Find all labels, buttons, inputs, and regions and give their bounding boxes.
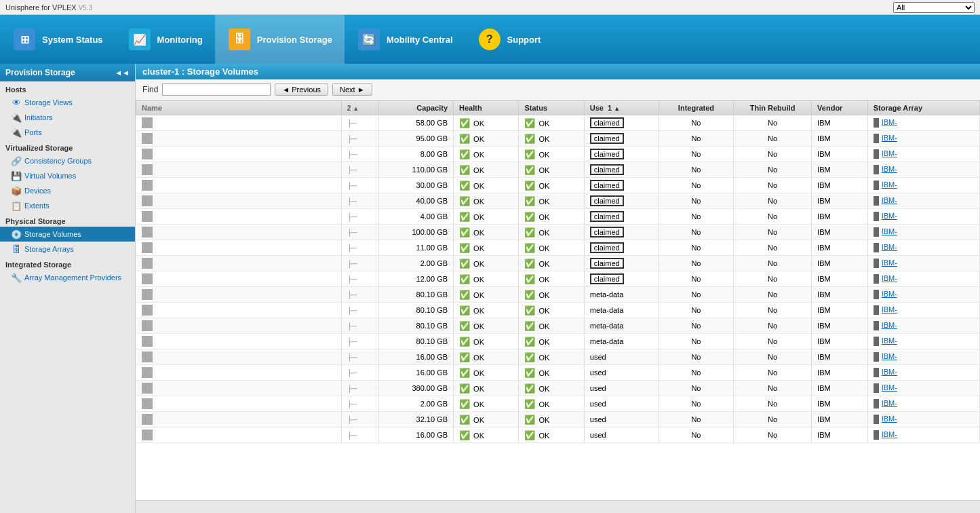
- nav-item-support[interactable]: ? Support: [465, 15, 553, 64]
- storage-array-link[interactable]: IBM-: [882, 399, 897, 407]
- table-row[interactable]: ├─16.00 GB✅ OK✅ OKusedNoNoIBMIBM-: [136, 349, 980, 365]
- col-header-status[interactable]: Status: [519, 101, 584, 115]
- health-ok-icon: ✅: [459, 274, 470, 284]
- table-row[interactable]: ├─100.00 GB✅ OK✅ OKclaimedNoNoIBMIBM-: [136, 225, 980, 240]
- table-row[interactable]: ├─16.00 GB✅ OK✅ OKusedNoNoIBMIBM-: [136, 428, 980, 443]
- cell-integrated: No: [659, 193, 733, 209]
- cell-storagearray: IBM-: [867, 412, 979, 428]
- sidebar-item-label-storage-views: Storage Views: [24, 98, 73, 107]
- table-row[interactable]: ├─12.00 GB✅ OK✅ OKclaimedNoNoIBMIBM-: [136, 271, 980, 287]
- storage-array-link[interactable]: IBM-: [882, 383, 897, 392]
- sidebar-item-storage-views[interactable]: 👁 Storage Views: [0, 95, 135, 110]
- array-management-providers-icon: 🔧: [11, 272, 22, 283]
- sidebar-item-initiators[interactable]: 🔌 Initiators: [0, 110, 135, 125]
- table-row[interactable]: ├─80.10 GB✅ OK✅ OKmeta-dataNoNoIBMIBM-: [136, 334, 980, 349]
- table-row[interactable]: ├─2.00 GB✅ OK✅ OKusedNoNoIBMIBM-: [136, 396, 980, 412]
- cell-capacity: 80.10 GB: [378, 334, 453, 349]
- sidebar-collapse-arrows[interactable]: ◄◄: [115, 69, 130, 77]
- sidebar-section-virtualized-storage: Virtualized Storage: [0, 140, 135, 153]
- sidebar-item-ports[interactable]: 🔌 Ports: [0, 125, 135, 140]
- storage-array-link[interactable]: IBM-: [882, 165, 897, 173]
- cell-vendor: IBM: [812, 303, 868, 318]
- storage-array-link[interactable]: IBM-: [882, 415, 897, 423]
- storage-array-link[interactable]: IBM-: [882, 196, 897, 204]
- table-row[interactable]: ├─2.00 GB✅ OK✅ OKclaimedNoNoIBMIBM-: [136, 256, 980, 271]
- storage-array-link[interactable]: IBM-: [882, 243, 897, 251]
- storage-array-icon: [874, 337, 879, 346]
- col-header-capacity[interactable]: Capacity: [378, 101, 453, 115]
- sidebar-item-extents[interactable]: 📋 Extents: [0, 198, 135, 213]
- cluster-dropdown[interactable]: All: [893, 2, 975, 13]
- find-input[interactable]: [162, 83, 271, 96]
- health-value: OK: [471, 338, 484, 346]
- storage-array-link[interactable]: IBM-: [882, 321, 897, 329]
- health-ok-icon: ✅: [459, 290, 470, 300]
- sidebar-item-label-storage-volumes: Storage Volumes: [24, 230, 81, 238]
- table-row[interactable]: ├─11.00 GB✅ OK✅ OKclaimedNoNoIBMIBM-: [136, 240, 980, 256]
- sidebar-item-consistency-groups[interactable]: 🔗 Consistency Groups: [0, 153, 135, 168]
- storage-array-link[interactable]: IBM-: [882, 118, 897, 126]
- table-row[interactable]: ├─40.00 GB✅ OK✅ OKclaimedNoNoIBMIBM-: [136, 193, 980, 209]
- pagination-bar: [136, 500, 980, 513]
- table-row[interactable]: ├─95.00 GB✅ OK✅ OKclaimedNoNoIBMIBM-: [136, 131, 980, 147]
- nav-item-mobility-central[interactable]: 🔄 Mobility Central: [345, 15, 465, 64]
- col-header-integrated[interactable]: Integrated: [659, 101, 733, 115]
- col-header-thinrebuild[interactable]: Thin Rebuild: [734, 101, 812, 115]
- table-row[interactable]: ├─80.10 GB✅ OK✅ OKmeta-dataNoNoIBMIBM-: [136, 318, 980, 334]
- cell-num: ├─: [341, 396, 378, 412]
- sidebar-item-storage-volumes[interactable]: 💿 Storage Volumes: [0, 227, 135, 242]
- health-value: OK: [471, 385, 484, 393]
- storage-array-link[interactable]: IBM-: [882, 212, 897, 220]
- table-row[interactable]: ├─4.00 GB✅ OK✅ OKclaimedNoNoIBMIBM-: [136, 209, 980, 225]
- table-row[interactable]: ├─30.00 GB✅ OK✅ OKclaimedNoNoIBMIBM-: [136, 178, 980, 193]
- sidebar-item-storage-arrays[interactable]: 🗄 Storage Arrays: [0, 242, 135, 256]
- cell-num: ├─: [341, 412, 378, 428]
- status-value: OK: [536, 338, 549, 346]
- table-row[interactable]: ├─110.00 GB✅ OK✅ OKclaimedNoNoIBMIBM-: [136, 162, 980, 178]
- status-value: OK: [536, 291, 549, 299]
- sidebar-item-virtual-volumes[interactable]: 💾 Virtual Volumes: [0, 168, 135, 183]
- storage-array-link[interactable]: IBM-: [882, 352, 897, 360]
- sidebar-item-devices[interactable]: 📦 Devices: [0, 183, 135, 198]
- cell-storagearray: IBM-: [867, 209, 979, 225]
- health-ok-icon: ✅: [459, 212, 470, 222]
- storage-array-link[interactable]: IBM-: [882, 134, 897, 142]
- previous-button[interactable]: ◄ Previous: [275, 83, 328, 96]
- status-value: OK: [536, 354, 549, 362]
- next-button[interactable]: Next ►: [332, 83, 372, 96]
- table-row[interactable]: ├─380.00 GB✅ OK✅ OKusedNoNoIBMIBM-: [136, 381, 980, 396]
- storage-array-link[interactable]: IBM-: [882, 430, 897, 438]
- storage-array-link[interactable]: IBM-: [882, 259, 897, 267]
- storage-array-link[interactable]: IBM-: [882, 227, 897, 235]
- status-value: OK: [536, 276, 549, 284]
- col-header-num[interactable]: 2 ▲: [341, 101, 378, 115]
- table-row[interactable]: ├─16.00 GB✅ OK✅ OKusedNoNoIBMIBM-: [136, 365, 980, 381]
- col-header-storagearray[interactable]: Storage Array: [867, 101, 979, 115]
- status-value: OK: [536, 416, 549, 424]
- storage-array-link[interactable]: IBM-: [882, 180, 897, 189]
- col-header-health[interactable]: Health: [454, 101, 519, 115]
- table-row[interactable]: ├─80.10 GB✅ OK✅ OKmeta-dataNoNoIBMIBM-: [136, 287, 980, 303]
- nav-item-provision-storage[interactable]: 🗄 Provision Storage: [215, 15, 345, 64]
- storage-array-link[interactable]: IBM-: [882, 305, 897, 314]
- storage-array-link[interactable]: IBM-: [882, 337, 897, 345]
- sidebar-item-label-devices: Devices: [24, 187, 51, 195]
- table-row[interactable]: ├─32.10 GB✅ OK✅ OKusedNoNoIBMIBM-: [136, 412, 980, 428]
- cluster-select[interactable]: All: [893, 2, 975, 13]
- sidebar-item-array-management-providers[interactable]: 🔧 Array Management Providers: [0, 270, 135, 285]
- storage-array-link[interactable]: IBM-: [882, 149, 897, 157]
- col-header-name[interactable]: Name: [136, 101, 342, 115]
- storage-array-link[interactable]: IBM-: [882, 368, 897, 376]
- cell-capacity: 80.10 GB: [378, 287, 453, 303]
- col-header-use[interactable]: Use 1 ▲: [584, 101, 659, 115]
- col-header-vendor[interactable]: Vendor: [812, 101, 868, 115]
- nav-item-monitoring[interactable]: 📈 Monitoring: [115, 15, 215, 64]
- status-ok-icon: ✅: [524, 399, 535, 409]
- storage-array-link[interactable]: IBM-: [882, 274, 897, 282]
- storage-array-link[interactable]: IBM-: [882, 290, 897, 298]
- status-value: OK: [536, 385, 549, 393]
- table-row[interactable]: ├─58.00 GB✅ OK✅ OKclaimedNoNoIBMIBM-: [136, 115, 980, 131]
- table-row[interactable]: ├─80.10 GB✅ OK✅ OKmeta-dataNoNoIBMIBM-: [136, 303, 980, 318]
- nav-item-system-status[interactable]: ⊞ System Status: [0, 15, 115, 64]
- table-row[interactable]: ├─8.00 GB✅ OK✅ OKclaimedNoNoIBMIBM-: [136, 147, 980, 162]
